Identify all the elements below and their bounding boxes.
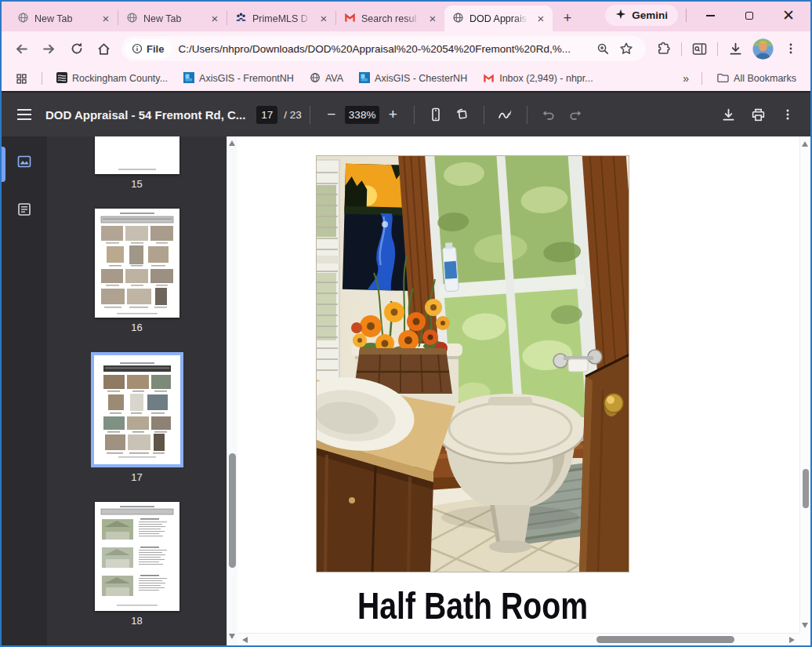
pdf-print-button[interactable] — [745, 101, 771, 128]
bookmark-axisgis-fremont[interactable]: AxisGIS - FremontNH — [179, 70, 299, 88]
scroll-down-arrow[interactable] — [229, 634, 235, 639]
side-panel-search-icon[interactable] — [687, 36, 712, 62]
home-button[interactable] — [91, 36, 117, 62]
axisgis-icon — [359, 72, 370, 85]
folder-icon — [716, 72, 729, 85]
url-text: C:/Users/nhpro/Downloads/DOD%20Appraisal… — [178, 43, 591, 55]
scroll-up-arrow[interactable] — [802, 141, 808, 147]
active-view-indicator — [2, 147, 5, 182]
tab-label: New Tab — [143, 13, 203, 24]
undo-button[interactable] — [535, 101, 562, 128]
viewer-horizontal-scrollbar[interactable] — [237, 633, 799, 645]
tab-label: New Tab — [34, 13, 94, 24]
viewer-vertical-scrollbar[interactable] — [799, 136, 810, 633]
thumbnail-page-17-selected[interactable] — [91, 352, 183, 467]
minimize-button[interactable] — [694, 4, 726, 27]
separator — [310, 106, 310, 124]
annotate-pen-icon[interactable] — [492, 101, 519, 128]
maximize-button[interactable] — [734, 4, 765, 27]
tab-close-icon[interactable]: × — [426, 13, 439, 25]
scroll-up-arrow[interactable] — [229, 140, 235, 146]
bookmark-label: Rockingham County... — [72, 73, 168, 84]
pdf-download-button[interactable] — [715, 101, 741, 128]
page-number-input[interactable]: 17 — [256, 106, 277, 124]
tab-close-icon[interactable]: × — [100, 13, 112, 25]
minimize-icon — [706, 15, 715, 16]
globe-icon — [17, 12, 29, 26]
extensions-icon[interactable] — [651, 36, 676, 62]
redo-button[interactable] — [562, 101, 589, 128]
zoom-in-button[interactable]: + — [379, 101, 406, 128]
address-toolbar: File C:/Users/nhpro/Downloads/DOD%20Appr… — [2, 31, 810, 66]
separator — [701, 72, 702, 85]
bookmarks-bar: Rockingham County... AxisGIS - FremontNH… — [2, 66, 810, 91]
thumbnail-page-18[interactable] — [95, 502, 179, 611]
address-bar[interactable]: File C:/Users/nhpro/Downloads/DOD%20Appr… — [121, 36, 646, 61]
profile-avatar[interactable] — [750, 36, 776, 62]
tab-close-icon[interactable]: × — [208, 13, 221, 25]
gemini-button[interactable]: Gemini — [605, 5, 678, 26]
scroll-left-arrow[interactable] — [242, 637, 248, 643]
reload-button[interactable] — [63, 36, 89, 62]
forward-button[interactable] — [36, 36, 62, 62]
tab-label: PrimeMLS D — [252, 13, 312, 24]
page-caption: Half Bath Room — [316, 583, 629, 627]
separator — [686, 9, 687, 22]
thumbnail-label: 18 — [131, 615, 142, 627]
tab-close-icon[interactable]: × — [317, 13, 330, 25]
bookmark-rockingham[interactable]: Rockingham County... — [52, 70, 172, 88]
primemls-icon — [235, 12, 247, 26]
downloads-button[interactable] — [723, 36, 749, 62]
scroll-right-arrow[interactable] — [789, 637, 795, 643]
bookmark-ava[interactable]: AVA — [305, 70, 348, 88]
thumbnails-scrollbar[interactable] — [227, 136, 237, 645]
separator — [484, 106, 484, 124]
fit-page-button[interactable] — [422, 101, 449, 128]
zoom-page-icon[interactable] — [591, 37, 614, 60]
back-button[interactable] — [9, 36, 34, 62]
bookmarks-overflow-chevron[interactable]: » — [678, 72, 692, 85]
bookmark-axisgis-chester[interactable]: AxisGIS - ChesterNH — [354, 70, 472, 88]
scrollbar-corner — [799, 633, 810, 645]
rotate-button[interactable] — [449, 101, 476, 128]
tab-label: Search resul — [361, 13, 421, 24]
all-bookmarks-label: All Bookmarks — [734, 73, 796, 84]
pdf-menu-icon[interactable] — [11, 101, 38, 128]
all-bookmarks-button[interactable]: All Bookmarks — [712, 70, 801, 88]
scrollbar-thumb[interactable] — [803, 469, 809, 508]
gmail-icon — [344, 13, 356, 24]
tab-dod-appraisal-active[interactable]: DOD Apprais × — [444, 5, 553, 31]
pdf-more-options-kebab-icon[interactable] — [774, 101, 801, 128]
scrollbar-thumb[interactable] — [596, 636, 734, 643]
pdf-page-viewer[interactable]: Half Bath Room — [237, 136, 810, 645]
separator — [414, 106, 415, 124]
new-tab-button[interactable]: + — [557, 8, 578, 28]
bookmark-inbox[interactable]: Inbox (2,949) - nhpr... — [478, 71, 598, 87]
scroll-down-arrow[interactable] — [802, 623, 808, 628]
maximize-icon — [745, 12, 753, 20]
thumbnails-view-button[interactable] — [11, 148, 38, 175]
globe-icon — [126, 12, 138, 26]
browser-menu-kebab-icon[interactable] — [778, 36, 803, 62]
tab-close-icon[interactable]: × — [535, 13, 547, 25]
close-button[interactable]: ✕ — [773, 4, 804, 27]
globe-icon — [452, 12, 464, 26]
apps-grid-icon[interactable] — [11, 71, 32, 87]
thumbnail-page-16[interactable] — [95, 209, 179, 318]
separator — [681, 42, 682, 56]
separator — [717, 42, 718, 56]
tab-new-tab-2[interactable]: New Tab × — [118, 5, 227, 31]
tab-search-results[interactable]: Search resul × — [336, 5, 444, 31]
tab-new-tab-1[interactable]: New Tab × — [9, 5, 118, 31]
site-info-chip[interactable]: File — [125, 39, 172, 59]
bookmark-star-icon[interactable] — [614, 37, 638, 60]
globe-icon — [310, 72, 321, 85]
thumbnail-page-15[interactable] — [95, 136, 179, 174]
tab-primemls[interactable]: PrimeMLS D × — [227, 5, 335, 31]
outline-view-button[interactable] — [11, 196, 38, 223]
zoom-level-input[interactable]: 338% — [345, 106, 380, 124]
bookmark-label: AxisGIS - FremontNH — [199, 73, 294, 84]
zoom-out-button[interactable]: − — [318, 101, 345, 128]
browser-window: New Tab × New Tab × PrimeMLS D × Search … — [0, 0, 812, 647]
scrollbar-thumb[interactable] — [229, 453, 236, 568]
